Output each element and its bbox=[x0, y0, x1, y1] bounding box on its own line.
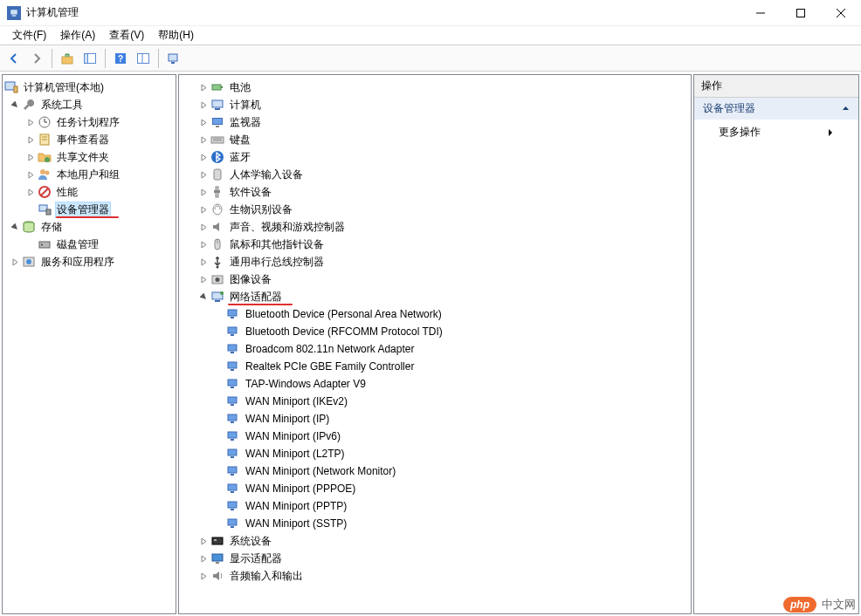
device-category-mouse_pointer[interactable]: 鼠标和其他指针设备 bbox=[181, 236, 689, 253]
network-adapter-item[interactable]: WAN Miniport (IPv6) bbox=[181, 428, 689, 445]
svg-rect-63 bbox=[228, 345, 237, 351]
device-label: Bluetooth Device (Personal Area Network) bbox=[244, 308, 444, 320]
menu-help[interactable]: 帮助(H) bbox=[151, 26, 201, 44]
back-button[interactable] bbox=[3, 48, 24, 69]
minimize-button[interactable] bbox=[740, 0, 781, 26]
expand-icon[interactable] bbox=[196, 255, 210, 269]
expand-icon[interactable] bbox=[24, 185, 38, 199]
device-category-display_adapters[interactable]: 显示适配器 bbox=[181, 550, 689, 567]
network-adapter-item[interactable]: Bluetooth Device (RFCOMM Protocol TDI) bbox=[181, 323, 689, 340]
expand-icon[interactable] bbox=[196, 569, 210, 583]
svg-rect-74 bbox=[231, 439, 234, 441]
close-button[interactable] bbox=[821, 0, 861, 26]
tree-item-disk-management[interactable]: 磁盘管理 bbox=[4, 236, 174, 253]
device-label: WAN Miniport (IPv6) bbox=[244, 430, 342, 442]
expand-icon[interactable] bbox=[196, 150, 210, 164]
tree-item-root[interactable]: 计算机管理(本地) bbox=[4, 79, 174, 96]
expand-icon[interactable] bbox=[196, 237, 210, 251]
expand-icon[interactable] bbox=[196, 98, 210, 112]
collapse-icon[interactable] bbox=[8, 98, 22, 112]
device-category-monitor[interactable]: 监视器 bbox=[181, 113, 689, 131]
network-adapter-item[interactable]: WAN Miniport (Network Monitor) bbox=[181, 462, 689, 480]
tree-item-task-scheduler[interactable]: 任务计划程序 bbox=[4, 113, 174, 131]
expand-icon[interactable] bbox=[24, 115, 38, 129]
svg-rect-83 bbox=[228, 519, 237, 525]
network-adapter-item[interactable]: Broadcom 802.11n Network Adapter bbox=[181, 340, 689, 358]
scan-hardware-button[interactable] bbox=[163, 48, 184, 69]
network-adapter-item[interactable]: Bluetooth Device (Personal Area Network) bbox=[181, 305, 689, 323]
svg-rect-2 bbox=[12, 15, 17, 17]
expand-icon[interactable] bbox=[196, 272, 210, 286]
device-icon bbox=[210, 220, 224, 234]
device-category-network-adapters[interactable]: 网络适配器 bbox=[181, 288, 689, 305]
expand-icon[interactable] bbox=[196, 185, 210, 199]
menu-file[interactable]: 文件(F) bbox=[5, 26, 53, 44]
forward-button[interactable] bbox=[26, 48, 47, 69]
network-adapter-item[interactable]: WAN Miniport (PPPOE) bbox=[181, 480, 689, 497]
tree-item-services-apps[interactable]: 服务和应用程序 bbox=[4, 253, 174, 270]
device-tree-pane[interactable]: 电池计算机监视器键盘蓝牙人体学输入设备软件设备生物识别设备声音、视频和游戏控制器… bbox=[178, 74, 692, 614]
network-adapter-item[interactable]: WAN Miniport (IKEv2) bbox=[181, 393, 689, 410]
tree-item-local-users[interactable]: 本地用户和组 bbox=[4, 166, 174, 183]
menu-action[interactable]: 操作(A) bbox=[53, 26, 102, 44]
wrench-icon bbox=[22, 98, 36, 112]
up-level-button[interactable] bbox=[57, 48, 78, 69]
expand-icon[interactable] bbox=[196, 115, 210, 129]
actions-section-header[interactable]: 设备管理器 bbox=[694, 98, 858, 120]
expand-icon[interactable] bbox=[196, 168, 210, 181]
collapse-icon[interactable] bbox=[8, 220, 22, 234]
device-category-hid[interactable]: 人体学输入设备 bbox=[181, 166, 689, 183]
device-category-imaging[interactable]: 图像设备 bbox=[181, 270, 689, 288]
menu-view[interactable]: 查看(V) bbox=[102, 26, 151, 44]
tree-item-device-manager[interactable]: 设备管理器 bbox=[4, 201, 174, 218]
device-category-biometric[interactable]: 生物识别设备 bbox=[181, 201, 689, 218]
network-adapter-item[interactable]: WAN Miniport (L2TP) bbox=[181, 445, 689, 462]
navigation-tree[interactable]: 计算机管理(本地) 系统工具 任务计划程序 事件查看器 共享文件夹 本地用户和组 bbox=[2, 74, 176, 614]
show-hide-tree-button[interactable] bbox=[79, 48, 100, 69]
expand-icon[interactable] bbox=[196, 133, 210, 147]
svg-rect-66 bbox=[231, 369, 234, 371]
tree-label: 服务和应用程序 bbox=[39, 255, 116, 270]
expand-icon[interactable] bbox=[196, 534, 210, 548]
toolbar-separator bbox=[52, 49, 52, 68]
device-category-audio_io[interactable]: 音频输入和输出 bbox=[181, 567, 689, 585]
svg-rect-49 bbox=[214, 190, 220, 193]
device-category-system_devices[interactable]: 系统设备 bbox=[181, 532, 689, 550]
expand-icon[interactable] bbox=[196, 202, 210, 216]
collapse-icon[interactable] bbox=[196, 290, 210, 304]
svg-rect-17 bbox=[14, 86, 17, 92]
expand-icon[interactable] bbox=[8, 255, 22, 269]
expand-icon[interactable] bbox=[196, 220, 210, 234]
expand-icon[interactable] bbox=[196, 551, 210, 565]
properties-button[interactable] bbox=[133, 48, 154, 69]
network-adapter-item[interactable]: WAN Miniport (PPTP) bbox=[181, 497, 689, 515]
expand-icon[interactable] bbox=[24, 150, 38, 164]
network-adapter-item[interactable]: WAN Miniport (IP) bbox=[181, 410, 689, 428]
svg-rect-57 bbox=[215, 300, 220, 302]
tree-item-performance[interactable]: 性能 bbox=[4, 183, 174, 201]
expand-icon[interactable] bbox=[196, 80, 210, 94]
tree-item-storage[interactable]: 存储 bbox=[4, 218, 174, 236]
network-adapter-item[interactable]: TAP-Windows Adapter V9 bbox=[181, 375, 689, 393]
device-category-bluetooth[interactable]: 蓝牙 bbox=[181, 148, 689, 166]
svg-rect-78 bbox=[231, 474, 234, 476]
tree-item-shared-folders[interactable]: 共享文件夹 bbox=[4, 148, 174, 166]
help-button[interactable]: ? bbox=[110, 48, 131, 69]
network-adapter-item[interactable]: Realtek PCIe GBE Family Controller bbox=[181, 358, 689, 375]
device-category-battery[interactable]: 电池 bbox=[181, 79, 689, 96]
device-category-software_devices[interactable]: 软件设备 bbox=[181, 183, 689, 201]
maximize-button[interactable] bbox=[781, 0, 821, 26]
actions-header: 操作 bbox=[694, 75, 858, 98]
expand-icon[interactable] bbox=[24, 168, 38, 181]
svg-rect-47 bbox=[214, 169, 221, 180]
device-category-audio_video_game[interactable]: 声音、视频和游戏控制器 bbox=[181, 218, 689, 236]
device-category-keyboard[interactable]: 键盘 bbox=[181, 131, 689, 148]
device-category-usb[interactable]: 通用串行总线控制器 bbox=[181, 253, 689, 270]
tree-item-system-tools[interactable]: 系统工具 bbox=[4, 96, 174, 113]
action-more[interactable]: 更多操作 bbox=[694, 120, 858, 145]
tree-item-event-viewer[interactable]: 事件查看器 bbox=[4, 131, 174, 148]
expand-icon[interactable] bbox=[24, 133, 38, 147]
network-adapter-item[interactable]: WAN Miniport (SSTP) bbox=[181, 515, 689, 532]
device-icon bbox=[210, 115, 224, 129]
device-category-computer[interactable]: 计算机 bbox=[181, 96, 689, 113]
